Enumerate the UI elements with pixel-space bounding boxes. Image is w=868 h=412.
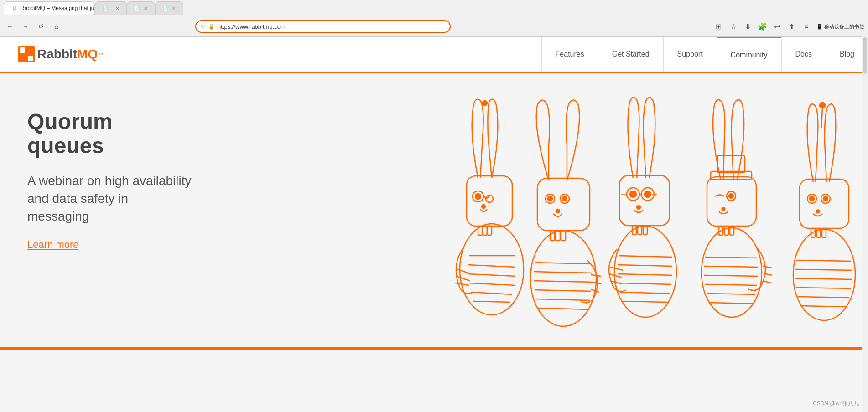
svg-rect-84: [800, 179, 849, 228]
nav-get-started[interactable]: Get Started: [598, 37, 663, 72]
logo-text-rabbit: Rabbit: [37, 47, 77, 62]
svg-rect-4: [467, 176, 512, 226]
nav-features[interactable]: Features: [541, 37, 598, 72]
svg-point-47: [645, 191, 651, 197]
home-button[interactable]: ⌂: [50, 20, 63, 33]
browser-tab-active[interactable]: 🐰 RabbitMQ – Messaging that just works ✕: [4, 1, 95, 15]
rabbits-illustration: [423, 82, 857, 347]
browser-tab-3[interactable]: 📄 ✕: [127, 1, 155, 15]
logo-link[interactable]: RabbitMQ™: [0, 37, 121, 72]
forward-button[interactable]: →: [19, 20, 32, 33]
svg-line-38: [535, 290, 591, 291]
hero-description: A webinar on high availability and data …: [27, 172, 192, 226]
nav-docs[interactable]: Docs: [781, 37, 826, 72]
svg-point-68: [722, 208, 725, 211]
svg-line-58: [618, 265, 672, 266]
svg-line-37: [534, 281, 592, 282]
scrollbar-thumb[interactable]: [863, 37, 867, 74]
svg-point-8: [482, 205, 485, 208]
bookmark-label: 📱 移动设备上的书签: [816, 23, 864, 30]
svg-line-36: [534, 272, 592, 273]
svg-point-53: [614, 226, 676, 317]
svg-point-24: [548, 196, 552, 201]
back-button[interactable]: ←: [4, 20, 16, 33]
svg-line-78: [704, 275, 758, 276]
undo-button[interactable]: ↩: [771, 20, 784, 33]
scrollbar[interactable]: [862, 36, 868, 350]
logo-icon: [18, 46, 35, 62]
url-input[interactable]: [218, 23, 445, 30]
website-content: RabbitMQ™ Features Get Started Support C…: [0, 37, 868, 350]
tab-label: RabbitMQ – Messaging that just works: [21, 5, 95, 11]
svg-point-86: [810, 196, 814, 201]
svg-line-19: [469, 283, 515, 285]
svg-rect-22: [537, 178, 590, 231]
svg-line-95: [795, 269, 852, 270]
hero-section: Quorum queues A webinar on high availabi…: [0, 73, 868, 347]
reload-button[interactable]: ↺: [35, 20, 47, 33]
svg-line-73: [763, 266, 772, 268]
hero-image: [412, 73, 868, 347]
svg-line-79: [705, 284, 757, 285]
svg-line-94: [796, 260, 851, 261]
svg-line-20: [471, 292, 512, 294]
tab-close-3[interactable]: ✕: [144, 6, 147, 11]
nav-community[interactable]: Community: [717, 37, 781, 72]
svg-line-60: [619, 283, 671, 284]
rabbitmq-logo-svg: [18, 46, 35, 62]
svg-line-99: [800, 306, 847, 307]
svg-point-31: [530, 231, 596, 326]
hero-content: Quorum queues A webinar on high availabi…: [0, 73, 219, 287]
hero-learn-more-link[interactable]: Learn more: [27, 239, 79, 250]
hero-title: Quorum queues: [27, 110, 192, 158]
tab-favicon-4: 📄: [163, 6, 168, 11]
nav-links: Features Get Started Support Community D…: [541, 37, 868, 72]
svg-point-46: [630, 191, 636, 197]
svg-line-77: [704, 266, 758, 267]
shield-icon: 🛡: [201, 24, 206, 29]
browser-toolbar: ← → ↺ ⌂ 🛡 🔒 ⊞ ☆ ⬇ 🧩 ↩ ⬆ ≡ 📱 移动设备上的书签: [0, 16, 868, 36]
svg-point-49: [637, 206, 640, 209]
svg-line-32: [591, 275, 601, 276]
svg-point-3: [483, 101, 487, 105]
svg-line-76: [705, 257, 757, 258]
download-button[interactable]: ⬇: [742, 20, 754, 33]
svg-line-83: [821, 108, 822, 128]
svg-point-65: [729, 194, 733, 198]
tab-close-4[interactable]: ✕: [172, 6, 176, 11]
svg-line-17: [468, 265, 515, 267]
star-button[interactable]: ☆: [727, 20, 740, 33]
more-button[interactable]: ≡: [800, 20, 813, 33]
svg-line-40: [538, 308, 588, 309]
share-button[interactable]: ⬆: [785, 20, 798, 33]
tab-favicon-2: 📄: [103, 6, 108, 11]
svg-line-14: [456, 276, 470, 281]
svg-point-82: [820, 103, 825, 108]
browser-tab-4[interactable]: 📄 ✕: [155, 1, 183, 15]
svg-rect-11: [487, 226, 492, 235]
extension-button[interactable]: 🧩: [756, 20, 769, 33]
tab-close-2[interactable]: ✕: [115, 6, 119, 11]
svg-point-6: [475, 194, 481, 199]
lock-icon: 🔒: [208, 24, 215, 30]
tabs-bar: 🐰 RabbitMQ – Messaging that just works ✕…: [0, 0, 868, 16]
address-bar[interactable]: 🛡 🔒: [195, 20, 451, 33]
tab-favicon-3: 📄: [135, 6, 140, 11]
svg-line-59: [618, 274, 672, 275]
svg-rect-2: [28, 56, 33, 61]
svg-rect-1: [20, 47, 25, 53]
svg-rect-70: [724, 226, 728, 235]
svg-point-26: [562, 196, 567, 201]
svg-line-54: [610, 267, 623, 270]
qr-button[interactable]: ⊞: [712, 20, 725, 33]
svg-rect-10: [483, 226, 487, 235]
svg-line-81: [709, 303, 753, 304]
browser-tab-2[interactable]: 📄 ✕: [95, 1, 127, 15]
tab-favicon: 🐰: [11, 6, 17, 11]
nav-support[interactable]: Support: [663, 37, 717, 72]
bottom-orange-bar: [0, 347, 868, 350]
logo-tm: ™: [99, 52, 103, 57]
svg-line-62: [622, 301, 668, 302]
svg-point-27: [556, 209, 560, 213]
svg-line-18: [468, 274, 515, 276]
